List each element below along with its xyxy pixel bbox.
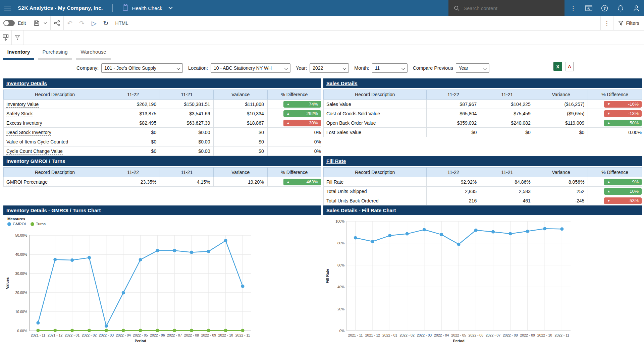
difference-value: 0% <box>267 128 321 137</box>
gmroi-turns-line-chart: 0.00%10.00%20.00%30.00%40.00%50.00%2021 … <box>3 215 321 350</box>
table-row: Total Units Back Ordered216461-245▼-53% <box>324 196 642 205</box>
value-cell: 8.056% <box>534 177 588 187</box>
chart-legend: Measures GMROITurns <box>7 217 50 226</box>
svg-text:2022 - 05: 2022 - 05 <box>451 333 466 337</box>
value-cell: 216 <box>426 196 480 205</box>
value-cell: $150,381.51 <box>160 100 214 109</box>
search-input[interactable] <box>463 5 555 11</box>
value-cell: $262,190 <box>106 100 160 109</box>
inventory-gmroi-turns-panel: Inventory GMROI / Turns Record Descripti… <box>3 156 321 187</box>
column-header: 11-21 <box>160 90 214 100</box>
value-cell: $0 <box>214 146 267 156</box>
edit-toggle[interactable] <box>3 20 15 26</box>
legend-item[interactable]: GMROI <box>7 222 26 226</box>
svg-text:2022 - 03: 2022 - 03 <box>99 333 114 337</box>
difference-value: 30% <box>309 120 318 125</box>
compare-previous-select[interactable]: Year <box>456 63 489 73</box>
report-switcher[interactable]: Health Check <box>122 4 173 12</box>
tab-inventory[interactable]: Inventory <box>3 45 34 60</box>
save-button[interactable] <box>30 16 43 30</box>
play-icon: ▷ <box>92 20 97 26</box>
svg-text:2022 - 06: 2022 - 06 <box>150 333 165 337</box>
company-select[interactable]: 101 - Joe's Office Supply <box>101 63 183 73</box>
user-account-icon[interactable] <box>628 0 644 16</box>
inventory-details-panel: Inventory Details Record Description11-2… <box>3 78 321 156</box>
difference-value: 10% <box>630 189 639 194</box>
value-cell: $3,541.69 <box>160 109 214 118</box>
hamburger-menu-icon[interactable] <box>4 4 11 12</box>
svg-text:2022 - 07: 2022 - 07 <box>167 333 182 337</box>
svg-text:40.00%: 40.00% <box>15 252 27 256</box>
svg-text:2022 - 11: 2022 - 11 <box>235 333 250 337</box>
svg-text:2021 - 12: 2021 - 12 <box>48 333 63 337</box>
preview-icon[interactable] <box>581 0 597 16</box>
html-view-button[interactable]: HTML <box>112 16 132 30</box>
record-drill-link[interactable]: Safety Stock <box>6 111 33 117</box>
value-cell: 2,583 <box>480 187 534 196</box>
record-drill-link[interactable]: Inventory Value <box>6 102 39 108</box>
help-icon[interactable]: ? <box>597 0 612 16</box>
column-header: 11-21 <box>480 90 534 100</box>
month-select[interactable]: 11 <box>372 63 408 73</box>
difference-value: -53% <box>628 198 639 203</box>
record-label: Fill Rate <box>326 179 343 185</box>
svg-text:2022 - 10: 2022 - 10 <box>537 333 552 337</box>
value-cell: $0.00 <box>160 137 214 146</box>
prompt-table-icon[interactable] <box>0 31 12 45</box>
notifications-bell-icon[interactable] <box>612 0 628 16</box>
filters-button[interactable]: Filters <box>613 20 644 26</box>
year-select[interactable]: 2022 <box>310 63 349 73</box>
toolbar-more-options-icon[interactable]: ⋮ <box>601 16 613 30</box>
column-header: 11-22 <box>106 168 160 177</box>
export-excel-icon[interactable]: X <box>553 62 562 71</box>
svg-text:2022 - 04: 2022 - 04 <box>434 333 449 337</box>
tab-purchasing[interactable]: Purchasing <box>38 45 72 60</box>
share-button[interactable] <box>51 16 63 30</box>
redo-button[interactable]: ↷ <box>76 16 88 30</box>
undo-button[interactable]: ↶ <box>64 16 76 30</box>
value-cell: 461 <box>480 196 534 205</box>
record-drill-link[interactable]: Value of Items Cycle Counted <box>6 139 68 145</box>
svg-text:2022 - 04: 2022 - 04 <box>116 333 131 337</box>
value-cell: $0 <box>214 137 267 146</box>
save-icon <box>34 20 40 26</box>
svg-text:60%: 60% <box>337 263 344 267</box>
legend-item[interactable]: Turns <box>31 222 46 226</box>
record-drill-link[interactable]: GMROI Percentage <box>6 179 48 185</box>
panel-title-link[interactable]: Sales Details <box>326 80 358 86</box>
table-row: Dead Stock Inventory$0$0.00$00% <box>4 128 321 137</box>
search-bar <box>448 0 565 16</box>
value-cell: $0 <box>426 128 480 137</box>
more-options-icon[interactable]: ⋮ <box>565 0 581 16</box>
export-pdf-icon[interactable]: A <box>566 62 574 71</box>
difference-value: 0% <box>267 146 321 156</box>
topbar-divider <box>112 4 113 12</box>
svg-text:0%: 0% <box>339 329 344 333</box>
filter-icon[interactable] <box>12 31 23 45</box>
column-header: 11-22 <box>106 90 160 100</box>
refresh-button[interactable]: ↻ <box>100 16 112 30</box>
panel-title-link[interactable]: Fill Rate <box>326 158 346 164</box>
difference-badge: ▼-53% <box>604 197 642 204</box>
run-button[interactable]: ▷ <box>88 16 100 30</box>
record-drill-link[interactable]: Excess Inventory <box>6 120 42 126</box>
filter-funnel-icon <box>618 20 624 26</box>
panel-title: Inventory GMROI / Turns <box>6 158 65 164</box>
difference-badge: ▲292% <box>283 110 321 117</box>
chevron-down-icon[interactable] <box>168 7 173 9</box>
compare-previous-label: Compare Previous <box>413 65 453 71</box>
panel-title-link[interactable]: Inventory Details <box>6 80 47 86</box>
company-label: Company: <box>76 65 99 71</box>
location-select[interactable]: 10 - ABC Stationery NY WH <box>211 63 290 73</box>
legend-title: Measures <box>7 217 50 221</box>
svg-text:?: ? <box>603 6 606 10</box>
value-cell: $0 <box>480 128 534 137</box>
save-options-chevron-icon[interactable] <box>43 16 50 30</box>
record-drill-link[interactable]: Dead Stock Inventory <box>6 130 51 136</box>
value-cell: $111,808 <box>214 100 267 109</box>
value-cell: ($9,655) <box>534 109 588 118</box>
value-cell: $0.00 <box>160 128 214 137</box>
value-cell: $119,009 <box>534 118 588 128</box>
record-drill-link[interactable]: Cycle Count Change Value <box>6 148 63 155</box>
tab-warehouse[interactable]: Warehouse <box>76 45 111 60</box>
